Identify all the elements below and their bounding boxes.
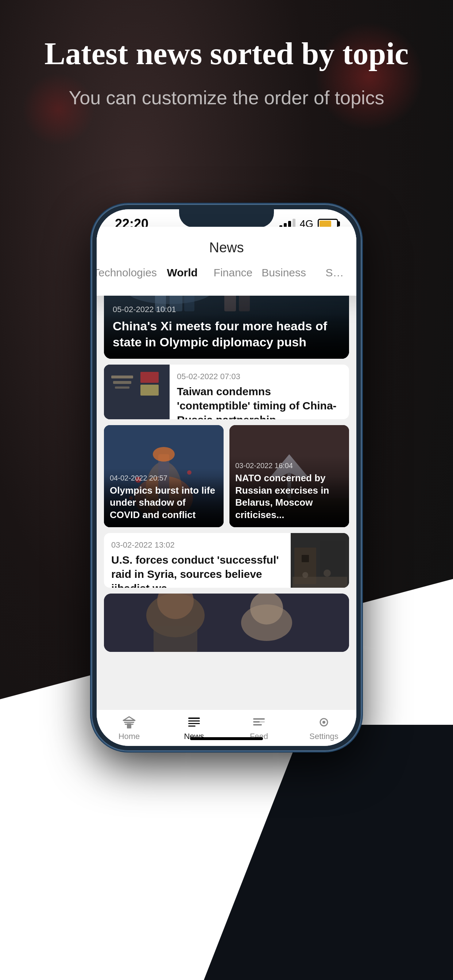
home-icon <box>120 715 138 730</box>
notch <box>179 209 274 228</box>
nav-label-home: Home <box>118 732 140 741</box>
svg-rect-53 <box>188 723 200 724</box>
phone-screen: 22:20 4G News <box>97 209 356 746</box>
sub-title: You can customize the order of topics <box>0 86 453 110</box>
tab-more[interactable]: S… <box>309 263 356 283</box>
svg-rect-57 <box>253 724 262 725</box>
hero-overlay: 05-02-2022 10:01 China's Xi meets four m… <box>104 296 349 359</box>
header-section: Latest news sorted by topic You can cust… <box>0 37 453 110</box>
card-date-1: 04-02-2022 20:57 <box>110 474 218 482</box>
nav-item-settings[interactable]: Settings <box>292 715 356 741</box>
home-indicator <box>190 737 263 740</box>
svg-point-60 <box>322 721 325 724</box>
settings-icon <box>315 715 333 730</box>
tab-business[interactable]: Business <box>258 263 309 283</box>
nav-item-home[interactable]: Home <box>97 715 161 741</box>
article-card-2[interactable]: 03-02-2022 16:04 NATO concerned by Russi… <box>230 425 349 527</box>
hero-title: China's Xi meets four more heads of stat… <box>113 318 340 350</box>
phone-frame: 22:20 4G News <box>91 204 362 751</box>
nav-tabs: Technologies World Finance Business S… <box>97 263 356 283</box>
two-col-section: 04-02-2022 20:57 Olympics burst into lif… <box>104 425 349 527</box>
svg-rect-47 <box>124 722 134 723</box>
svg-rect-16 <box>115 387 129 389</box>
article-date-2: 03-02-2022 13:02 <box>111 540 283 550</box>
main-title: Latest news sorted by topic <box>0 37 453 71</box>
article-thumb-2 <box>291 533 349 588</box>
card-title-2: NATO concerned by Russian exercises in B… <box>235 472 343 521</box>
article-card-1[interactable]: 04-02-2022 20:57 Olympics burst into lif… <box>104 425 223 527</box>
svg-rect-40 <box>104 593 349 652</box>
hero-date: 05-02-2022 10:01 <box>113 305 340 314</box>
svg-rect-14 <box>111 375 133 379</box>
card-title-1: Olympics burst into life under shadow of… <box>110 485 218 521</box>
svg-rect-37 <box>292 577 347 588</box>
app-content: 05-02-2022 10:01 China's Xi meets four m… <box>97 239 356 710</box>
article-info-2: 03-02-2022 13:02 U.S. forces conduct 'su… <box>104 533 291 588</box>
svg-rect-52 <box>188 721 200 722</box>
svg-rect-50 <box>127 723 131 729</box>
svg-marker-49 <box>123 717 135 721</box>
svg-rect-17 <box>140 372 159 383</box>
battery-fill <box>319 221 331 227</box>
svg-point-38 <box>302 572 308 578</box>
phone-wrapper: 22:20 4G News <box>91 204 362 751</box>
article-row-1[interactable]: 05-02-2022 07:03 Taiwan condemns 'contem… <box>104 364 349 419</box>
feed-icon <box>250 715 268 730</box>
tab-finance[interactable]: Finance <box>207 263 258 283</box>
svg-rect-18 <box>140 385 159 396</box>
floating-nav: News Technologies World Finance Business… <box>97 227 356 296</box>
article-info-1: 05-02-2022 07:03 Taiwan condemns 'contem… <box>170 364 349 419</box>
news-icon <box>185 715 203 730</box>
svg-rect-13 <box>104 364 170 419</box>
article-title-1: Taiwan condemns 'contemptible' timing of… <box>177 384 342 419</box>
svg-rect-15 <box>113 381 131 384</box>
articles-container: 05-02-2022 10:01 China's Xi meets four m… <box>97 239 356 652</box>
nav-label-settings: Settings <box>309 732 338 741</box>
bottom-teaser[interactable] <box>104 593 349 652</box>
card-overlay-1: 04-02-2022 20:57 Olympics burst into lif… <box>104 468 223 527</box>
svg-rect-35 <box>301 555 309 562</box>
svg-rect-54 <box>188 725 196 727</box>
card-overlay-2: 03-02-2022 16:04 NATO concerned by Russi… <box>230 456 349 527</box>
svg-rect-55 <box>253 718 265 720</box>
nav-title: News <box>97 240 356 256</box>
thumb-illustration-2 <box>291 533 349 588</box>
card-date-2: 03-02-2022 16:04 <box>235 461 343 470</box>
article-date-1: 05-02-2022 07:03 <box>177 372 342 381</box>
svg-rect-51 <box>188 718 200 719</box>
svg-rect-58 <box>258 721 265 722</box>
article-row-2[interactable]: 03-02-2022 13:02 U.S. forces conduct 'su… <box>104 533 349 588</box>
article-title-2: U.S. forces conduct 'successful' raid in… <box>111 553 283 588</box>
svg-rect-43 <box>153 626 197 652</box>
tab-technologies[interactable]: Technologies <box>97 263 157 283</box>
teaser-illustration <box>104 593 349 652</box>
article-thumb-1 <box>104 364 170 419</box>
tab-world[interactable]: World <box>157 263 207 283</box>
svg-point-39 <box>324 570 331 577</box>
bottom-nav: Home News <box>97 710 356 746</box>
thumb-illustration-1 <box>104 364 170 419</box>
